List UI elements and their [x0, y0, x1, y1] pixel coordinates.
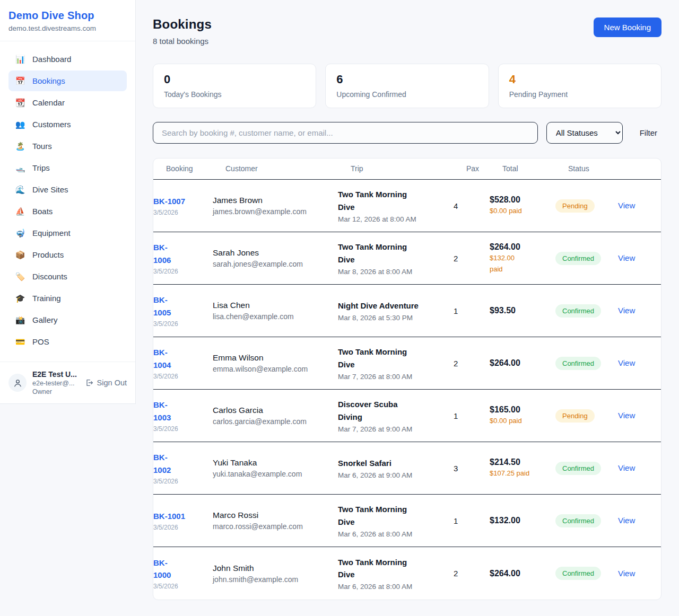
search-input[interactable]: [153, 122, 538, 144]
sidebar-item-gallery[interactable]: 📸Gallery: [8, 310, 127, 330]
customer-cell: Marco Rossimarco.rossi@example.com: [213, 511, 338, 531]
pax-cell: 3: [454, 464, 490, 473]
column-header: Status: [568, 159, 631, 179]
total-cell: $528.00$0.00 paid: [490, 195, 555, 216]
filter-button[interactable]: Filter: [640, 128, 657, 137]
customer-email: john.smith@example.com: [213, 575, 333, 584]
sidebar-item-trips[interactable]: 🛥️Trips: [8, 157, 127, 178]
sidebar-item-label: Equipment: [32, 228, 71, 237]
table-row: BK-10063/5/2026Sarah Jonessarah.jones@ex…: [153, 232, 661, 285]
trip-datetime: Mar 6, 2026 at 9:00 AM: [338, 471, 448, 479]
view-link[interactable]: View: [618, 306, 635, 315]
table-header-row: BookingCustomerTripPaxTotalStatus: [153, 159, 661, 180]
view-link[interactable]: View: [618, 253, 635, 262]
sidebar-item-products[interactable]: 📦Products: [8, 244, 127, 265]
booking-number-link[interactable]: BK-1003: [153, 399, 207, 424]
view-cell: View: [618, 306, 661, 315]
booking-number-link[interactable]: BK-1001: [153, 510, 207, 522]
sidebar-item-dive-sites[interactable]: 🌊Dive Sites: [8, 179, 127, 200]
booking-cell: BK-10043/5/2026: [153, 346, 213, 380]
sidebar-item-label: POS: [32, 337, 49, 346]
sidebar-item-dashboard[interactable]: 📊Dashboard: [8, 49, 127, 69]
status-badge: Confirmed: [555, 514, 601, 527]
trip-cell: Two Tank MorningDiveMar 7, 2026 at 8:00 …: [338, 346, 454, 381]
customer-name: John Smith: [213, 564, 333, 573]
pax-cell: 1: [454, 306, 490, 315]
sidebar-item-customers[interactable]: 👥Customers: [8, 114, 127, 135]
customer-email: yuki.tanaka@example.com: [213, 470, 333, 478]
trip-datetime: Mar 8, 2026 at 5:30 PM: [338, 314, 448, 322]
sidebar-item-bookings[interactable]: 📅Bookings: [8, 71, 127, 91]
customer-name: Yuki Tanaka: [213, 458, 333, 468]
sign-out-button[interactable]: Sign Out: [85, 379, 127, 387]
user-section: E2E Test U... e2e-tester@... Owner Sign …: [0, 362, 135, 403]
new-booking-button[interactable]: New Booking: [594, 17, 661, 37]
status-badge: Confirmed: [555, 567, 601, 580]
view-link[interactable]: View: [618, 358, 635, 367]
booking-date: 3/5/2026: [153, 209, 207, 216]
user-email: e2e-tester@...: [32, 380, 79, 387]
customer-cell: Sarah Jonessarah.jones@example.com: [213, 248, 338, 268]
sidebar-item-tours[interactable]: 🏝️Tours: [8, 136, 127, 156]
trip-datetime: Mar 12, 2026 at 8:00 AM: [338, 215, 448, 223]
total-amount: $132.00: [490, 516, 550, 525]
camera-flash-icon: 📸: [15, 316, 25, 324]
trip-cell: Two Tank MorningDiveMar 12, 2026 at 8:00…: [338, 188, 454, 223]
table-row: BK-10003/5/2026John Smithjohn.smith@exam…: [153, 547, 661, 600]
logout-icon: [85, 379, 93, 387]
trip-name-line: Diving: [338, 411, 448, 423]
paid-amount-line: $0.00 paid: [490, 206, 550, 216]
table-row: BK-10023/5/2026Yuki Tanakayuki.tanaka@ex…: [153, 442, 661, 495]
sidebar-item-boats[interactable]: ⛵Boats: [8, 201, 127, 222]
view-link[interactable]: View: [618, 516, 635, 525]
avatar: [8, 374, 27, 392]
status-badge: Confirmed: [555, 357, 601, 370]
diving-mask-icon: 🤿: [15, 229, 25, 237]
total-amount: $528.00: [490, 195, 550, 205]
customer-email: marco.rossi@example.com: [213, 522, 333, 531]
user-info: E2E Test U... e2e-tester@... Owner: [32, 370, 79, 395]
bar-chart-icon: 📊: [15, 55, 25, 63]
column-header: Customer: [225, 159, 351, 179]
status-cell: Confirmed: [555, 304, 618, 318]
booking-number-link[interactable]: BK-1006: [153, 241, 207, 266]
customer-email: carlos.garcia@example.com: [213, 417, 333, 426]
booking-number-line: 1003: [153, 411, 207, 424]
sidebar-item-discounts[interactable]: 🏷️Discounts: [8, 266, 127, 287]
stats-row: 0Today's Bookings6Upcoming Confirmed4Pen…: [153, 64, 661, 108]
total-cell: $264.00$132.00paid: [490, 242, 555, 274]
trip-name-line: Discover Scuba: [338, 398, 448, 410]
view-link[interactable]: View: [618, 569, 635, 578]
booking-number-link[interactable]: BK-1004: [153, 346, 207, 371]
sidebar-item-pos[interactable]: 💳POS: [8, 331, 127, 352]
trip-cell: Two Tank MorningDiveMar 6, 2026 at 8:00 …: [338, 556, 454, 591]
status-badge: Confirmed: [555, 304, 601, 318]
status-cell: Pending: [555, 409, 618, 423]
people-icon: 👥: [15, 120, 25, 128]
sidebar-item-calendar[interactable]: 📆Calendar: [8, 92, 127, 113]
table-row: BK-10043/5/2026Emma Wilsonemma.wilson@ex…: [153, 337, 661, 390]
trip-name-line: Dive: [338, 358, 448, 371]
view-link[interactable]: View: [618, 411, 635, 420]
sidebar-item-label: Bookings: [32, 76, 65, 85]
package-icon: 📦: [15, 251, 25, 259]
sailboat-icon: ⛵: [15, 207, 25, 215]
stat-value: 0: [164, 73, 305, 86]
view-link[interactable]: View: [618, 201, 635, 210]
sidebar-item-training[interactable]: 🎓Training: [8, 288, 127, 309]
status-badge: Confirmed: [555, 252, 601, 265]
booking-number-link[interactable]: BK-1007: [153, 195, 207, 207]
sidebar-item-equipment[interactable]: 🤿Equipment: [8, 223, 127, 243]
booking-number-line: 1005: [153, 306, 207, 319]
view-cell: View: [618, 411, 661, 420]
status-filter-select[interactable]: All Statuses: [546, 122, 623, 144]
view-link[interactable]: View: [618, 463, 635, 472]
booking-number-link[interactable]: BK-1000: [153, 557, 207, 582]
booking-number-link[interactable]: BK-1002: [153, 451, 207, 476]
table-row: BK-10013/5/2026Marco Rossimarco.rossi@ex…: [153, 495, 661, 547]
sidebar-item-label: Dashboard: [32, 55, 71, 64]
booking-number-link[interactable]: BK-1005: [153, 294, 207, 319]
trip-cell: Two Tank MorningDiveMar 6, 2026 at 8:00 …: [338, 503, 454, 538]
customer-name: Carlos Garcia: [213, 406, 333, 415]
customer-email: james.brown@example.com: [213, 207, 333, 216]
